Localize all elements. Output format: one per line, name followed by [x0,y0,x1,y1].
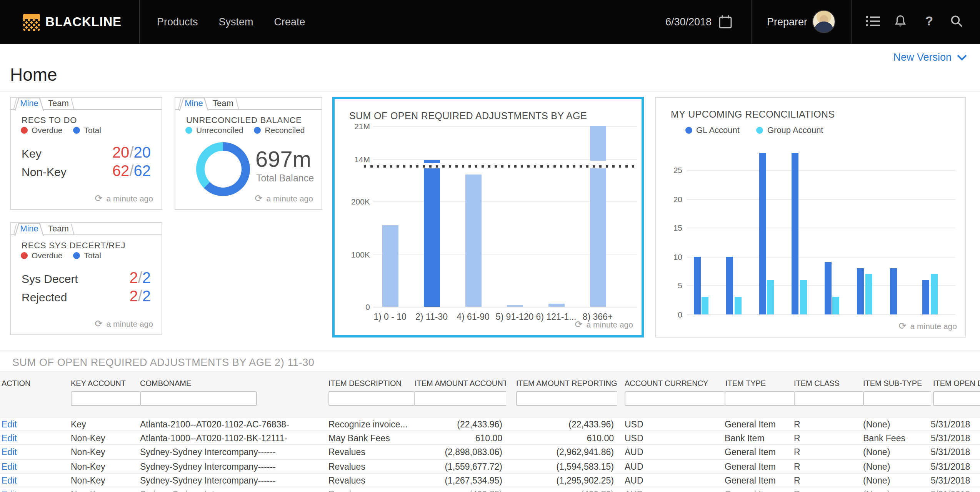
filter-input-item-open-date[interactable] [933,391,980,406]
refresh-icon[interactable]: ⟳ [575,319,582,330]
table-row[interactable]: EditNon-KeySydney-Sydney Intercompany---… [0,459,980,473]
bar[interactable] [382,225,398,307]
y-axis-tick: 0 [339,302,370,311]
column-header-label[interactable]: ACCOUNT CURRENCY [625,379,725,387]
refresh-icon[interactable]: ⟳ [255,193,262,204]
bar[interactable] [590,126,606,161]
edit-link[interactable]: Edit [2,434,17,443]
column-header-label[interactable]: COMBONAME [140,379,328,387]
help-icon[interactable]: ? [923,12,935,31]
role-selector[interactable]: Preparer [767,0,807,44]
stat-row-sys-decert[interactable]: Sys Decert 2/2 [22,269,151,287]
adjustments-by-age-chart-card[interactable]: SUM OF OPEN REQUIRED ADJUSTMENTS BY AGE … [332,97,644,337]
filter-input-account-currency[interactable] [625,391,725,406]
column-header-label[interactable]: ITEM AMOUNT REPORTING [516,379,617,387]
gl-account-bar[interactable] [890,268,897,314]
tab-team[interactable]: Team [44,223,73,235]
edit-link[interactable]: Edit [2,490,17,492]
filter-input-item-description[interactable] [328,391,414,406]
nav-item-create[interactable]: Create [274,16,305,28]
new-version-toggle[interactable]: New Version [893,52,967,63]
gl-account-bar[interactable] [922,279,929,314]
stat-row-key[interactable]: Key 20/20 [22,144,151,161]
column-header-label[interactable]: ITEM DESCRIPTION [328,379,414,387]
edit-link[interactable]: Edit [2,448,17,457]
brand-logo[interactable]: BLACKLINE [23,0,122,44]
stat-row-rejected[interactable]: Rejected 2/2 [22,288,151,305]
filter-input-item-class[interactable] [794,391,863,406]
total-dot-icon [73,126,80,133]
gl-account-bar[interactable] [792,153,798,314]
group-account-bar[interactable] [930,274,937,314]
gl-account-bar[interactable] [857,268,864,314]
bar[interactable] [507,305,523,307]
refresh-icon[interactable]: ⟳ [95,318,102,329]
bar-selected[interactable] [423,160,440,163]
tab-mine[interactable]: Mine [15,223,44,235]
table-cell: (2,962,941.86) [506,445,617,459]
edit-link[interactable]: Edit [2,420,17,429]
nav-item-system[interactable]: System [219,16,253,28]
tab-team[interactable]: Team [44,98,73,110]
filter-input-item-amount-reporting[interactable] [516,391,617,406]
balance-donut-chart[interactable] [196,142,250,196]
table-row[interactable]: EditNon-KeySydney-Sydney Intercompany---… [0,487,980,492]
nav-item-products[interactable]: Products [157,16,198,28]
table-row[interactable]: EditNon-KeySydney-Sydney Intercompany---… [0,474,980,487]
bar[interactable] [548,303,564,307]
table-cell: General Item [725,487,794,492]
edit-link[interactable]: Edit [2,462,17,471]
column-header-label[interactable]: ITEM OPEN DATE [933,379,980,387]
column-header-label[interactable]: ITEM TYPE [725,379,794,387]
gl-account-bar[interactable] [759,153,766,314]
calendar-icon[interactable] [718,15,732,29]
list-icon[interactable] [866,15,880,27]
group-account-bar[interactable] [767,279,774,314]
gl-account-bar[interactable] [824,262,831,314]
group-account-bar[interactable] [865,274,872,314]
bar[interactable] [465,175,481,307]
bar-selected[interactable] [423,168,440,307]
avatar[interactable] [812,10,835,33]
refresh-icon[interactable]: ⟳ [898,321,906,331]
card-updated: ⟳ a minute ago [95,318,153,329]
group-account-bar[interactable] [702,297,708,314]
group-account-bar[interactable] [832,297,839,314]
column-header-label[interactable]: KEY ACCOUNT [71,379,140,387]
column-header-label[interactable]: ITEM CLASS [794,379,863,387]
period-date[interactable]: 6/30/2018 [665,0,712,44]
column-header-label[interactable]: ACTION [2,379,71,387]
edit-link[interactable]: Edit [2,476,17,485]
filter-input-comboname[interactable] [140,391,257,406]
bell-icon[interactable] [894,15,907,28]
column-header-label[interactable]: ITEM AMOUNT ACCOUNT [414,379,506,387]
filter-input-key-account[interactable] [71,391,140,406]
stat-row-non-key[interactable]: Non-Key 62/62 [22,162,151,180]
table-row[interactable]: EditNon-KeySydney-Sydney Intercompany---… [0,445,980,459]
tab-mine[interactable]: Mine [179,98,208,110]
search-icon[interactable] [950,15,964,28]
filter-input-item-amount-account[interactable] [414,391,506,406]
table-section-title: SUM OF OPEN REQUIRED ADJUSTMENTS BY AGE … [12,357,315,368]
bar[interactable] [590,168,606,307]
upcoming-reconciliations-chart-card[interactable]: MY UPCOMING RECONCILIATIONS GL Account G… [655,97,966,337]
filter-input-item-sub-type[interactable] [863,391,931,406]
top-nav: BLACKLINE Products System Create 6/30/20… [0,0,980,44]
gl-account-bar[interactable] [726,256,733,314]
x-axis-label: 6) 121-1... [536,312,577,321]
refresh-icon[interactable]: ⟳ [95,193,102,204]
action-cell: Edit [0,445,71,459]
filter-input-item-type[interactable] [725,391,794,406]
column-header-label[interactable]: ITEM SUB-TYPE [863,379,931,387]
table-cell: General Item [725,445,794,459]
gl-account-bar[interactable] [693,256,700,314]
group-account-bar[interactable] [800,279,807,314]
group-account-bar[interactable] [734,297,741,314]
stat-value: 62/62 [112,162,151,180]
table-cell: (None) [863,459,931,472]
table-row[interactable]: EditNon-KeyAtlanta-1000--AT020-1102-BK-1… [0,431,980,445]
table-row[interactable]: EditKeyAtlanta-2100--AT020-1102-AC-76838… [0,417,980,431]
tab-team[interactable]: Team [208,98,238,110]
table-cell: Sydney-Sydney Intercompany------ [140,487,328,492]
tab-mine[interactable]: Mine [15,98,44,110]
